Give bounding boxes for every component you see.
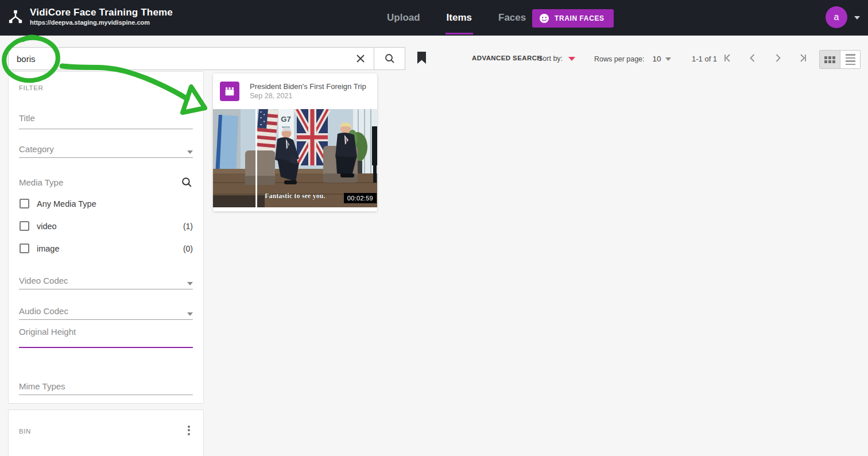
result-card[interactable]: President Biden's First Foreign Trip Sep… xyxy=(213,74,377,211)
user-avatar[interactable]: a xyxy=(826,6,847,28)
grid-view-icon xyxy=(824,56,835,63)
next-page-button[interactable] xyxy=(772,52,784,64)
view-toggle xyxy=(819,50,861,69)
filter-panel: FILTER Title Category Media Type Any Med… xyxy=(8,71,204,404)
first-page-button[interactable] xyxy=(721,52,734,64)
checkbox-label: Any Media Type xyxy=(37,199,185,208)
grid-view-button[interactable] xyxy=(820,51,840,68)
filmstrip-divider xyxy=(255,109,257,207)
first-page-icon xyxy=(722,53,733,63)
mime-types-field[interactable]: Mime Types xyxy=(19,381,193,395)
audio-codec-label: Audio Codec xyxy=(19,306,68,316)
filter-heading: FILTER xyxy=(19,84,43,91)
train-faces-label: TRAIN FACES xyxy=(555,14,604,22)
bin-heading: BIN xyxy=(19,428,31,435)
bookmark-icon xyxy=(417,52,427,64)
backdrop-g7-text: G7 xyxy=(281,115,290,123)
movie-icon xyxy=(223,85,236,98)
hub-logo-icon xyxy=(8,9,23,24)
result-date: Sep 28, 2021 xyxy=(250,91,366,101)
category-filter-label: Category xyxy=(19,144,54,154)
original-height-label: Original Height xyxy=(19,327,76,337)
main-nav: Upload Items Faces xyxy=(386,0,527,36)
media-type-section-header: Media Type xyxy=(19,175,193,189)
video-codec-label: Video Codec xyxy=(19,276,68,285)
checkbox-any-media-type[interactable]: Any Media Type xyxy=(20,199,193,208)
rows-per-page-label: Rows per page: xyxy=(594,55,645,63)
sort-by-control[interactable]: Sort by: xyxy=(538,55,575,63)
video-codec-select[interactable]: Video Codec xyxy=(19,271,193,289)
mime-types-label: Mime Types xyxy=(19,381,65,391)
video-thumbnail[interactable]: G7 xyxy=(213,109,377,207)
video-codec-caret-icon xyxy=(187,282,193,285)
audio-codec-select[interactable]: Audio Codec xyxy=(19,302,193,320)
subtitle-caption: Fantastic to see you. xyxy=(265,192,325,200)
sort-caret-icon xyxy=(568,57,575,61)
advanced-search-link[interactable]: ADVANCED SEARCH xyxy=(472,55,542,61)
checkbox-video[interactable]: video (1) xyxy=(20,221,193,231)
search-toolbar: ADVANCED SEARCH Sort by: Rows per page: … xyxy=(0,36,868,71)
close-icon xyxy=(355,53,366,64)
search-input[interactable] xyxy=(9,48,347,69)
rows-per-page-select[interactable]: 10 xyxy=(653,55,671,63)
save-search-bookmark-button[interactable] xyxy=(417,52,427,67)
checkbox-icon xyxy=(20,199,29,208)
avatar-letter: a xyxy=(834,12,839,22)
last-page-icon xyxy=(798,53,808,63)
chevron-left-icon xyxy=(747,53,758,63)
list-view-icon xyxy=(846,54,855,65)
title-filter-field[interactable]: Title xyxy=(19,113,193,129)
search-icon xyxy=(384,53,396,64)
nav-tab-faces[interactable]: Faces xyxy=(497,1,527,34)
audio-codec-caret-icon xyxy=(187,312,193,316)
list-view-button[interactable] xyxy=(840,51,860,68)
result-card-footer xyxy=(213,207,377,211)
rows-caret-icon xyxy=(665,57,671,61)
media-type-label: Media Type xyxy=(19,177,63,187)
prev-page-button[interactable] xyxy=(746,52,759,64)
app-header: VidiCore Face Training Theme https://dee… xyxy=(0,0,868,36)
sort-by-label: Sort by: xyxy=(538,55,563,63)
kebab-icon xyxy=(188,426,190,428)
original-height-field[interactable]: Original Height xyxy=(19,327,193,348)
result-title: President Biden's First Foreign Trip xyxy=(250,82,366,91)
face-icon xyxy=(539,13,549,24)
checkbox-count: (1) xyxy=(183,222,193,231)
chevron-right-icon xyxy=(773,53,783,63)
train-faces-button[interactable]: TRAIN FACES xyxy=(532,9,614,28)
brand[interactable]: VidiCore Face Training Theme https://dee… xyxy=(8,6,173,27)
last-page-button[interactable] xyxy=(797,52,809,64)
app-url: https://deepva.staging.myvidispine.com xyxy=(30,18,173,27)
nav-tab-items[interactable]: Items xyxy=(445,1,473,34)
result-range: 1-1 of 1 xyxy=(692,55,717,63)
app-title: VidiCore Face Training Theme xyxy=(30,6,173,18)
checkbox-icon xyxy=(20,244,29,253)
video-type-badge xyxy=(220,82,239,101)
nav-tab-upload[interactable]: Upload xyxy=(386,1,421,34)
search-box xyxy=(8,47,405,70)
bin-menu-button[interactable] xyxy=(183,423,195,438)
duration-badge: 00:02:59 xyxy=(344,193,377,203)
checkbox-label: image xyxy=(37,244,176,253)
category-filter-select[interactable]: Category xyxy=(19,140,193,158)
rows-per-page-value: 10 xyxy=(653,55,661,63)
bin-panel: BIN xyxy=(8,409,204,456)
clear-search-button[interactable] xyxy=(347,48,374,69)
pagination xyxy=(721,52,809,64)
checkbox-count: (0) xyxy=(183,244,193,253)
checkbox-label: video xyxy=(37,222,176,231)
category-caret-icon xyxy=(187,150,193,154)
checkbox-icon xyxy=(20,221,29,231)
checkbox-image[interactable]: image (0) xyxy=(20,244,193,253)
search-submit-button[interactable] xyxy=(374,48,405,69)
media-type-search-icon[interactable] xyxy=(181,176,193,188)
avatar-menu-caret-icon[interactable] xyxy=(854,16,860,20)
rows-per-page-control: Rows per page: 10 xyxy=(594,55,671,63)
app-window: VidiCore Face Training Theme https://dee… xyxy=(0,0,868,456)
result-card-header: President Biden's First Foreign Trip Sep… xyxy=(213,74,377,109)
title-filter-label: Title xyxy=(19,113,35,123)
